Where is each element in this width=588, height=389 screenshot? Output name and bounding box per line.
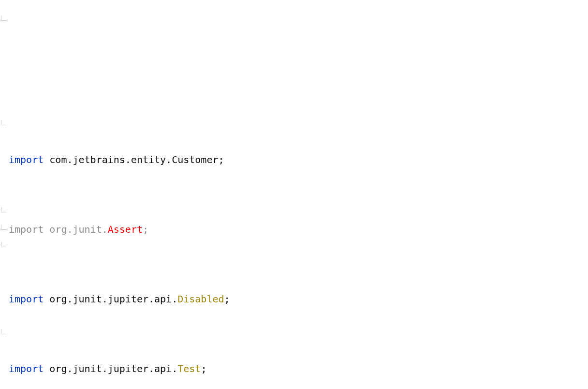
import-class: Test — [177, 363, 201, 374]
code-line[interactable]: import org.junit.jupiter.api.Disabled; — [8, 290, 588, 308]
semicolon: ; — [143, 224, 148, 235]
keyword-import: import — [9, 154, 44, 165]
code-line[interactable]: import org.junit.Assert; — [8, 221, 588, 238]
fold-mark-icon — [1, 224, 6, 230]
text — [44, 154, 49, 165]
text — [44, 224, 49, 235]
gutter — [0, 0, 7, 389]
import-path: org.junit. — [49, 224, 107, 235]
text — [44, 363, 49, 374]
import-path: org.junit.jupiter.api. — [49, 363, 177, 374]
fold-mark-icon — [1, 120, 6, 125]
code-editor[interactable]: import com.jetbrains.entity.Customer; im… — [0, 0, 588, 389]
import-class: Disabled — [177, 293, 224, 305]
keyword-import: import — [9, 363, 44, 374]
semicolon: ; — [201, 363, 206, 374]
fold-mark-icon — [1, 242, 6, 247]
code-area[interactable]: import com.jetbrains.entity.Customer; im… — [8, 99, 588, 389]
fold-mark-icon — [1, 207, 6, 212]
fold-mark-icon — [1, 329, 6, 334]
fold-mark-icon — [1, 15, 6, 21]
keyword-import: import — [9, 293, 44, 305]
text — [44, 293, 49, 305]
keyword-import-unused: import — [9, 224, 44, 235]
import-path: org.junit.jupiter.api. — [49, 293, 177, 305]
semicolon: ; — [224, 293, 230, 305]
semicolon: ; — [219, 154, 224, 165]
code-line[interactable]: import com.jetbrains.entity.Customer; — [8, 151, 588, 168]
code-line[interactable]: import org.junit.jupiter.api.Test; — [8, 360, 588, 377]
import-class-error: Assert — [108, 224, 143, 235]
import-path: com.jetbrains.entity.Customer — [49, 154, 218, 165]
